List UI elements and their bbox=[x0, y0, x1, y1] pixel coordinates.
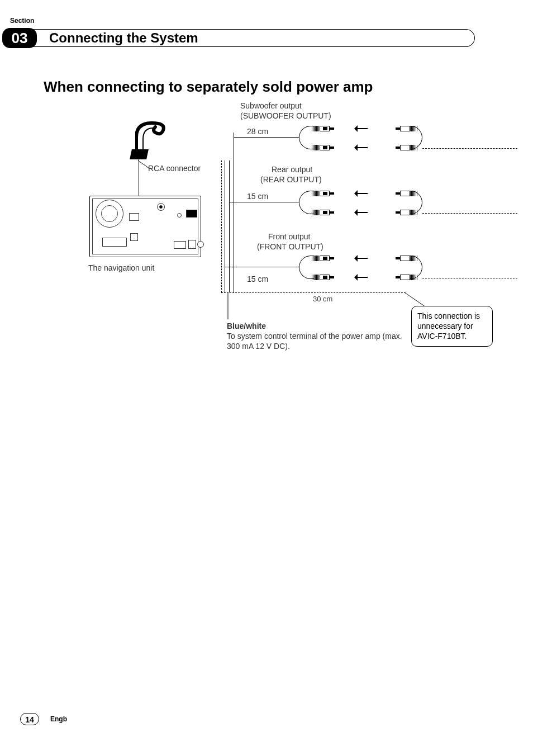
page-heading: When connecting to separately sold power… bbox=[44, 78, 373, 96]
sub-rca-top bbox=[312, 126, 423, 143]
cable-bundle-icon bbox=[135, 120, 180, 143]
trunk-line-3 bbox=[234, 133, 234, 292]
front-output-subtitle: (FRONT OUTPUT) bbox=[257, 242, 323, 252]
front-dash bbox=[422, 278, 517, 278]
blue-white-label: Blue/white bbox=[227, 322, 266, 332]
rear-dash bbox=[422, 213, 517, 214]
svg-line-0 bbox=[138, 160, 149, 168]
rca-connector-label: RCA connector bbox=[148, 164, 201, 174]
front-length: 15 cm bbox=[247, 275, 268, 285]
trunk-line-1 bbox=[225, 160, 225, 292]
section-title: Connecting the System bbox=[34, 29, 475, 47]
front-rca-bottom bbox=[312, 275, 423, 291]
bluewhite-leader bbox=[225, 292, 232, 319]
language-code: Engb bbox=[50, 713, 67, 725]
bottom-length: 30 cm bbox=[313, 295, 332, 304]
callout-box: This connection is unnecessary for AVIC-… bbox=[411, 306, 493, 347]
blue-white-desc: To system control terminal of the power … bbox=[227, 332, 406, 351]
rear-length: 15 cm bbox=[247, 192, 268, 202]
front-output-title: Front output bbox=[268, 232, 311, 242]
subwoofer-length: 28 cm bbox=[247, 127, 268, 137]
section-label: Section bbox=[10, 17, 34, 25]
sub-rca-bottom bbox=[312, 145, 423, 162]
subwoofer-output-subtitle: (SUBWOOFER OUTPUT) bbox=[240, 111, 331, 121]
connector-block bbox=[130, 149, 149, 159]
wiring-diagram: Subwoofer output (SUBWOOFER OUTPUT) 28 c… bbox=[78, 98, 514, 355]
inner-dash-v bbox=[221, 160, 222, 292]
navigation-unit-icon bbox=[89, 196, 201, 257]
rear-output-subtitle: (REAR OUTPUT) bbox=[260, 175, 322, 185]
bottom-dash bbox=[221, 292, 406, 293]
section-header: 03 Connecting the System bbox=[0, 28, 533, 50]
section-number-badge: 03 bbox=[2, 28, 37, 48]
page-number: 14 bbox=[20, 713, 39, 725]
rear-output-title: Rear output bbox=[272, 165, 312, 175]
front-rca-top bbox=[312, 256, 423, 272]
callout-text: This connection is unnecessary for AVIC-… bbox=[417, 311, 480, 341]
cable-trunk bbox=[139, 159, 139, 199]
lead-sub bbox=[234, 137, 299, 138]
subwoofer-output-title: Subwoofer output bbox=[240, 101, 302, 111]
rear-rca-top bbox=[312, 191, 423, 207]
sub-dash bbox=[422, 148, 517, 149]
trunk-line-2 bbox=[229, 160, 230, 292]
navigation-unit-label: The navigation unit bbox=[88, 263, 154, 273]
svg-line-1 bbox=[404, 292, 426, 307]
lead-front bbox=[225, 267, 299, 267]
rear-rca-bottom bbox=[312, 210, 423, 226]
lead-rear bbox=[229, 202, 299, 202]
